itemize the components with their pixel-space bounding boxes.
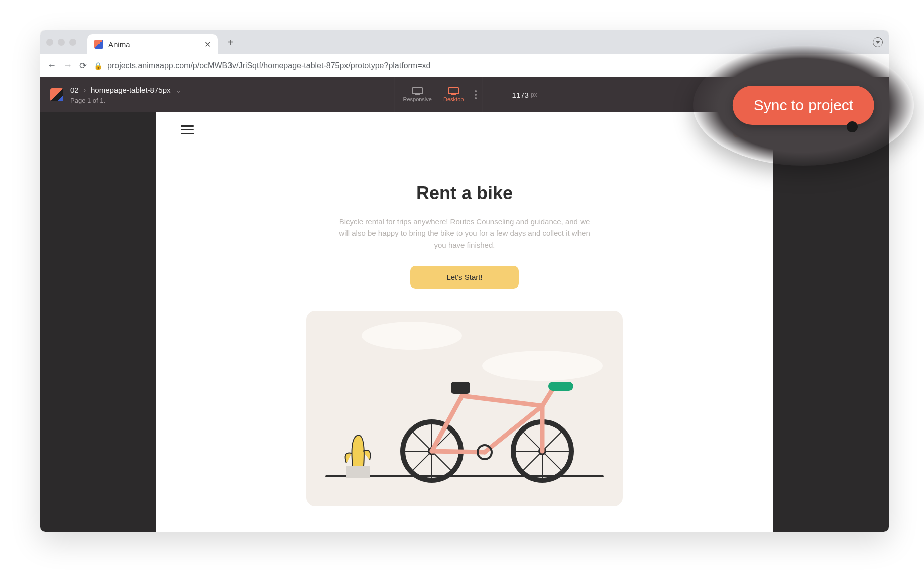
cart-button[interactable]: 1 [736, 123, 748, 136]
breadcrumb: 02 › homepage-tablet-875px ⌄ Page 1 of 1… [70, 86, 182, 104]
new-tab-button[interactable]: + [223, 35, 238, 50]
viewport-modes: Responsive Desktop [394, 77, 482, 112]
forward-button[interactable]: → [63, 60, 72, 71]
chevron-right-icon: › [84, 86, 86, 94]
traffic-max-icon[interactable] [69, 39, 76, 46]
hero-title: Rent a bike [416, 183, 513, 204]
reload-button[interactable]: ⟳ [79, 60, 87, 71]
tab-menu-icon[interactable] [873, 37, 883, 47]
page-indicator: Page 1 of 1. [70, 97, 182, 104]
url-field[interactable]: 🔒 projects.animaapp.com/p/ocMWB3v/JriSqt… [94, 61, 882, 70]
mode-responsive-label: Responsive [403, 96, 431, 102]
width-unit: px [531, 91, 537, 98]
traffic-close-icon[interactable] [46, 39, 53, 46]
svg-rect-26 [548, 382, 573, 391]
hero-description: Bicycle rental for trips anywhere! Route… [334, 216, 595, 251]
mode-responsive[interactable]: Responsive [399, 87, 435, 102]
address-bar: ← → ⟳ 🔒 projects.animaapp.com/p/ocMWB3v/… [40, 54, 889, 77]
back-button[interactable]: ← [47, 60, 56, 71]
svg-point-1 [482, 351, 603, 381]
canvas[interactable]: 1 Rent a bike Bicycle rental for trips a… [40, 112, 889, 532]
responsive-icon [412, 87, 423, 94]
tab-strip: Anima ✕ + [40, 30, 889, 54]
lock-icon: 🔒 [94, 62, 102, 70]
breadcrumb-number[interactable]: 02 [70, 86, 79, 94]
tab-title: Anima [108, 40, 130, 49]
artboard: 1 Rent a bike Bicycle rental for trips a… [156, 112, 773, 532]
width-value: 1173 [512, 91, 529, 99]
width-indicator[interactable]: 1173 px [499, 77, 537, 112]
anima-logo-icon[interactable] [50, 88, 63, 101]
hero-illustration [306, 311, 623, 506]
svg-rect-25 [451, 382, 470, 394]
chevron-down-icon[interactable]: ⌄ [175, 86, 182, 95]
traffic-lights [46, 39, 76, 46]
cta-button[interactable]: Let's Start! [410, 266, 518, 289]
anima-favicon-icon [94, 40, 103, 49]
more-options-icon[interactable] [475, 90, 477, 99]
url-text: projects.animaapp.com/p/ocMWB3v/JriSqtf/… [107, 61, 430, 70]
browser-tab[interactable]: Anima ✕ [87, 34, 218, 54]
svg-rect-3 [346, 466, 370, 478]
sync-to-project-button[interactable]: Sync to project [733, 86, 874, 125]
close-tab-icon[interactable]: ✕ [204, 40, 211, 49]
svg-line-19 [462, 396, 542, 406]
svg-point-0 [362, 322, 462, 350]
cart-badge: 1 [733, 130, 740, 137]
hamburger-icon[interactable] [181, 125, 194, 134]
breadcrumb-page[interactable]: homepage-tablet-875px [91, 86, 170, 94]
desktop-icon [448, 87, 459, 94]
mode-desktop-label: Desktop [443, 96, 464, 102]
site-navbar: 1 [156, 112, 773, 148]
mode-desktop[interactable]: Desktop [435, 87, 472, 102]
traffic-min-icon[interactable] [58, 39, 65, 46]
